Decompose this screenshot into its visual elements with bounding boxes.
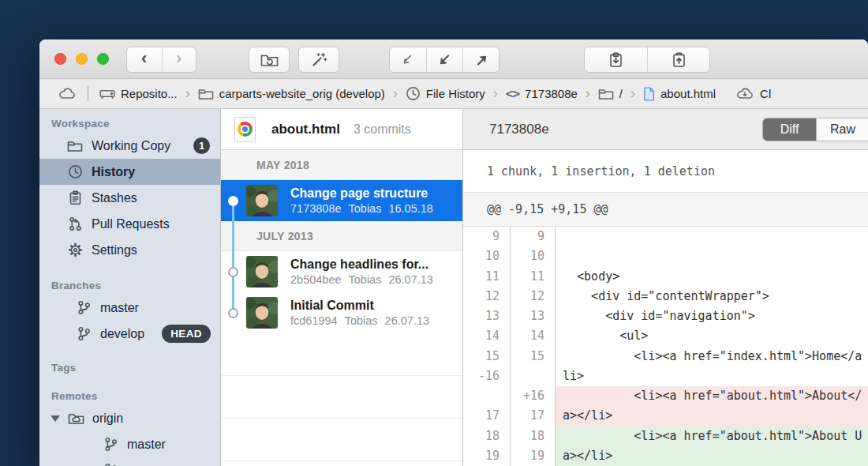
repository-settings-button[interactable]	[249, 47, 290, 73]
commit-hash: fcd61994	[290, 314, 338, 327]
breadcrumb-item-repository[interactable]: carparts-website_orig (develop)	[198, 87, 385, 100]
commit-title: Change page structure	[290, 186, 433, 201]
commit-row[interactable]: Change page structure7173808eTobias16.05…	[221, 180, 462, 221]
code-text	[556, 227, 868, 246]
commit-list-panel: about.html 3 commits MAY 2018 Change pag…	[221, 109, 463, 466]
desktop-backdrop: ‹ › Reposito...›carparts-website_orig (d…	[0, 0, 868, 466]
code-text: <body>	[556, 267, 868, 287]
folder-icon	[65, 140, 84, 152]
breadcrumb-item-root-folder[interactable]: /	[598, 87, 623, 100]
breadcrumb-separator: ›	[393, 85, 398, 102]
gear-icon	[65, 242, 84, 257]
history-nav-group: ‹ ›	[126, 47, 196, 73]
breadcrumb-separator: ›	[630, 85, 635, 102]
commit-hash: 7173808e	[290, 202, 342, 215]
actions-button[interactable]	[298, 47, 339, 73]
stash-group	[584, 47, 710, 73]
sidebar-item-branch-develop[interactable]: developHEAD	[39, 321, 220, 347]
new-line-number: +16	[511, 386, 556, 406]
drive-icon	[99, 88, 115, 100]
breadcrumb-item-services[interactable]	[58, 88, 77, 100]
arrow-push-icon	[473, 53, 489, 67]
new-line-number: 19	[511, 446, 556, 466]
timeline-node	[228, 267, 238, 277]
folder-sync-icon	[260, 53, 279, 67]
app-window: ‹ › Reposito...›carparts-website_orig (d…	[39, 39, 868, 466]
toolbar: ‹ ›	[39, 39, 868, 79]
sidebar-section-title: Workspace	[39, 114, 220, 133]
tab-raw[interactable]: Raw	[816, 118, 868, 141]
diff-chunk-header: @@ -9,15 +9,15 @@	[463, 193, 868, 227]
new-line-number: 10	[511, 246, 556, 266]
push-button[interactable]	[462, 47, 499, 72]
diff-line: 1313 <div id="navigation">	[463, 306, 868, 326]
commit-row[interactable]: Initial Commitfcd61994Tobias26.07.13	[221, 292, 462, 333]
sidebar-item-label: master	[100, 301, 139, 315]
commit-author: Tobias	[349, 273, 382, 286]
sidebar-item-remote-origin-master[interactable]: master	[39, 431, 220, 457]
diff-line-addition: 1818 <li><a href="about.html">About U	[463, 427, 868, 446]
sidebar-item-working-copy[interactable]: Working Copy1	[39, 133, 220, 159]
sidebar-item-settings[interactable]: Settings	[39, 237, 220, 263]
merge-button[interactable]	[390, 47, 426, 72]
breadcrumb-separator: ›	[586, 85, 590, 102]
clock-icon	[406, 86, 421, 101]
diff-line: 1010	[463, 246, 868, 266]
sidebar-item-history[interactable]: History	[39, 159, 220, 185]
old-line-number: 17	[463, 406, 511, 426]
pull-button[interactable]	[426, 47, 462, 72]
clipboard-up-icon	[672, 52, 687, 68]
commit-row[interactable]: Change headlines for...2b504beeTobias26.…	[221, 251, 462, 292]
sidebar-item-pull-requests[interactable]: Pull Requests	[39, 211, 220, 237]
magic-wand-icon	[311, 51, 327, 68]
old-line-number: 13	[463, 306, 511, 326]
diff-line-deletion: +16 <li><a href="about.html">About</	[463, 386, 868, 406]
stash-button[interactable]	[585, 47, 647, 72]
minimize-window-button[interactable]	[76, 53, 88, 65]
author-avatar	[246, 297, 278, 329]
sidebar-item-label: Settings	[92, 243, 137, 257]
close-window-button[interactable]	[54, 53, 66, 65]
breadcrumb-item-cloud-action[interactable]: Cl	[736, 87, 771, 100]
zoom-window-button[interactable]	[97, 53, 109, 65]
commit-date: 26.07.13	[385, 314, 429, 327]
commit-count: 3 commits	[354, 122, 411, 137]
sidebar-item-remote-origin-stub[interactable]	[39, 457, 220, 466]
commit-author: Tobias	[345, 314, 378, 327]
sidebar-item-stashes[interactable]: Stashes	[39, 185, 220, 211]
old-line-number: -16	[463, 366, 511, 386]
new-line-number: 18	[511, 427, 556, 446]
back-button[interactable]: ‹	[127, 47, 162, 72]
sidebar-section-title: Remotes	[39, 386, 220, 405]
apply-stash-button[interactable]	[647, 47, 709, 72]
main-content: WorkspaceWorking Copy1HistoryStashesPull…	[39, 109, 868, 466]
tab-diff[interactable]: Diff	[763, 118, 816, 141]
diff-panel: 7173808e DiffRaw 1 chunk, 1 insertion, 1…	[463, 109, 868, 466]
sidebar-item-label: Stashes	[92, 191, 137, 205]
sidebar-item-label: History	[92, 165, 135, 179]
breadcrumb-item-repositories[interactable]: Reposito...	[99, 87, 178, 100]
old-line-number: 9	[463, 227, 511, 246]
remote-icon	[66, 412, 85, 425]
timeline-node	[228, 308, 238, 318]
diff-line-deletion: 1717a></li>	[463, 406, 868, 426]
sidebar-item-label: origin	[92, 412, 123, 426]
html-file-chrome-icon	[234, 117, 256, 142]
code-text: a></li>	[556, 406, 868, 426]
breadcrumb-item-commit[interactable]: <>7173808e	[506, 86, 578, 101]
clipboard-icon	[65, 190, 84, 205]
chevron-left-icon: ‹	[141, 50, 147, 67]
file-name: about.html	[271, 122, 340, 137]
new-line-number: 12	[511, 287, 556, 306]
forward-button[interactable]: ›	[162, 47, 196, 72]
diff-commit-hash: 7173808e	[489, 122, 549, 137]
disclosure-triangle-icon[interactable]	[51, 415, 60, 422]
sidebar-section-title: Tags	[39, 358, 220, 377]
breadcrumb-item-file-history[interactable]: File History	[406, 86, 485, 101]
sidebar-item-branch-master[interactable]: master	[39, 295, 220, 321]
sidebar-item-remote-origin[interactable]: origin	[39, 405, 220, 431]
breadcrumb-item-file[interactable]: about.html	[643, 87, 716, 101]
pr-icon	[65, 216, 84, 231]
breadcrumb-separator: ›	[493, 85, 498, 102]
sidebar-item-label: Pull Requests	[92, 217, 170, 231]
